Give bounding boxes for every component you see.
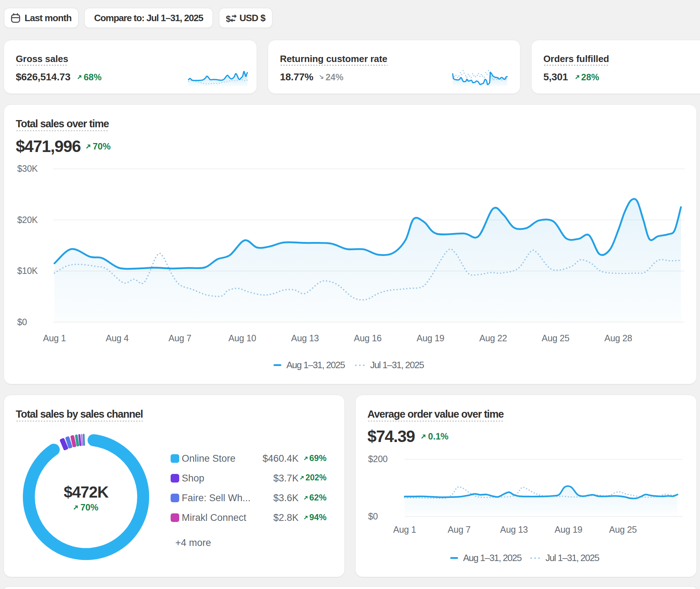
svg-text:$: $ <box>226 14 231 23</box>
